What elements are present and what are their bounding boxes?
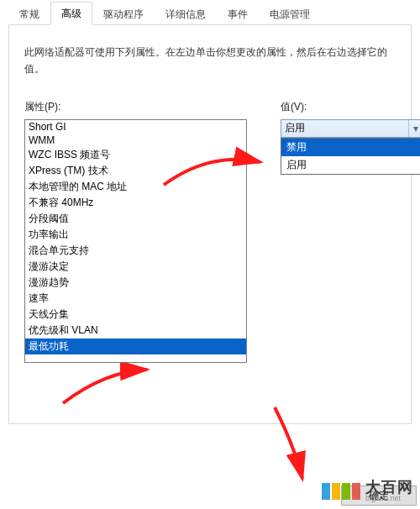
chevron-down-icon: ▾: [408, 120, 420, 137]
list-item[interactable]: 漫游趋势: [25, 275, 246, 291]
property-listbox[interactable]: Short GIWMMWZC IBSS 频道号XPress (TM) 技术本地管…: [24, 119, 247, 363]
tabs-bar: 常规 高级 驱动程序 详细信息 事件 电源管理: [8, 3, 412, 25]
list-item[interactable]: XPress (TM) 技术: [25, 163, 246, 179]
list-item[interactable]: Short GI: [25, 120, 246, 134]
description-text: 此网络适配器可使用下列属性。在左边单击你想更改的属性，然后在右边选择它的值。: [24, 44, 396, 78]
list-item[interactable]: 分段阈值: [25, 211, 246, 227]
list-item[interactable]: 最低功耗: [25, 338, 246, 354]
tab-advanced[interactable]: 高级: [50, 2, 92, 25]
value-combobox[interactable]: 启用 ▾: [281, 119, 420, 138]
watermark-text-en: big100.net: [365, 495, 413, 502]
watermark: 大百网 big100.net: [322, 480, 413, 502]
list-item[interactable]: 漫游决定: [25, 259, 246, 275]
dropdown-option[interactable]: 启用: [281, 156, 420, 174]
list-item[interactable]: 功率输出: [25, 227, 246, 243]
value-combobox-text: 启用: [285, 121, 305, 135]
tab-general[interactable]: 常规: [8, 3, 50, 25]
value-dropdown[interactable]: 禁用启用: [281, 138, 420, 175]
list-item[interactable]: 本地管理的 MAC 地址: [25, 179, 246, 195]
tab-events[interactable]: 事件: [217, 3, 259, 25]
watermark-logo-icon: [322, 483, 360, 500]
list-item[interactable]: 速率: [25, 291, 246, 307]
watermark-text-cn: 大百网: [365, 480, 413, 495]
list-item[interactable]: 天线分集: [25, 307, 246, 323]
list-item[interactable]: 不兼容 40MHz: [25, 195, 246, 211]
tab-power[interactable]: 电源管理: [259, 3, 321, 25]
list-item[interactable]: 优先级和 VLAN: [25, 323, 246, 338]
dropdown-option[interactable]: 禁用: [281, 139, 420, 156]
list-item[interactable]: WZC IBSS 频道号: [25, 147, 246, 163]
list-item[interactable]: WMM: [25, 134, 246, 147]
tab-driver[interactable]: 驱动程序: [92, 3, 155, 25]
tab-details[interactable]: 详细信息: [155, 3, 217, 25]
list-item[interactable]: 混合单元支持: [25, 243, 246, 259]
tab-panel-advanced: 此网络适配器可使用下列属性。在左边单击你想更改的属性，然后在右边选择它的值。 属…: [8, 25, 412, 424]
property-label: 属性(P):: [24, 100, 247, 114]
value-label: 值(V):: [281, 100, 420, 114]
